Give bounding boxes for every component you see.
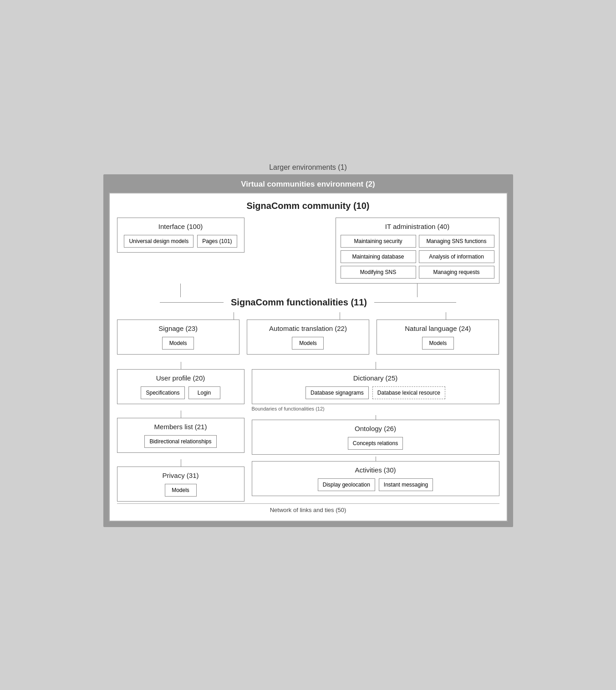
user-profile-title: User profile (20) [122,374,239,382]
privacy-models: Models [165,484,197,497]
user-profile-box: User profile (20) Specifications Login [117,369,244,404]
natural-lang-title: Natural language (24) [382,325,494,332]
func-label-section: SignaComm functionalities (11) [117,297,499,308]
dictionary-title: Dictionary (25) [257,374,494,382]
members-list-title: Members list (21) [122,423,239,431]
top-section: Interface (100) Universal design models … [117,218,499,284]
dictionary-children: Database signagrams Database lexical res… [257,386,494,399]
signage-models: Models [162,337,194,350]
outer-wrapper: Larger environments (1) Virtual communit… [103,163,513,527]
it-admin-grid: Maintaining security Managing SNS functi… [341,235,494,279]
it-admin-child-0: Maintaining security [341,235,416,248]
network-label: Network of links and ties (50) [117,503,499,513]
ontology-box: Ontology (26) Concepts relations [252,420,499,455]
user-profile-login: Login [188,386,220,399]
activities-title: Activities (30) [257,466,494,474]
activities-child-1: Instant messaging [379,478,433,491]
natural-lang-box: Natural language (24) Models [377,320,499,355]
ontology-title: Ontology (26) [257,425,494,432]
members-list-children: Bidirectional relationships [122,435,239,448]
dictionary-child-1: Database lexical resource [372,386,445,399]
activities-child-0: Display geolocation [318,478,375,491]
larger-env-label: Larger environments (1) [103,163,513,174]
dictionary-box: Dictionary (25) Database signagrams Data… [252,369,499,404]
inner-white-box: SignaComm community (10) Interface (100)… [109,193,508,522]
members-list-box: Members list (21) Bidirectional relation… [117,418,244,453]
signacomm-func-label: SignaComm functionalities (11) [231,297,367,308]
func-connector-row [117,284,499,297]
virtual-community-box: Virtual communities environment (2) Sign… [103,174,513,527]
three-cols: Signage (23) Models Automatic translatio… [117,320,499,355]
it-admin-child-5: Managing requests [419,266,494,279]
boundaries-label: Boundaries of functionalities (12) [252,406,499,411]
user-profile-children: Specifications Login [122,386,239,399]
activities-children: Display geolocation Instant messaging [257,478,494,491]
auto-trans-title: Automatic translation (22) [252,325,364,332]
interface-child-1: Pages (101) [197,235,237,248]
three-col-connectors [117,312,499,320]
interface-box: Interface (100) Universal design models … [117,218,244,253]
interface-title: Interface (100) [122,223,239,230]
it-admin-child-4: Modifying SNS [341,266,416,279]
auto-trans-models: Models [292,337,324,350]
activities-box: Activities (30) Display geolocation Inst… [252,461,499,496]
dictionary-child-0: Database signagrams [305,386,369,399]
it-admin-box: IT administration (40) Maintaining secur… [336,218,499,284]
members-list-child: Bidirectional relationships [144,435,216,448]
it-admin-area: IT administration (40) Maintaining secur… [336,218,499,284]
ontology-children: Concepts relations [257,437,494,450]
virtual-community-label: Virtual communities environment (2) [109,180,508,189]
auto-trans-children: Models [252,337,364,350]
it-admin-child-1: Managing SNS functions [419,235,494,248]
privacy-box: Privacy (31) Models [117,467,244,502]
lower-section: User profile (20) Specifications Login M… [117,362,499,502]
user-profile-spec: Specifications [141,386,184,399]
interface-child-0: Universal design models [124,235,193,248]
signage-box: Signage (23) Models [117,320,239,355]
natural-lang-children: Models [382,337,494,350]
signage-title: Signage (23) [122,325,234,332]
auto-trans-box: Automatic translation (22) Models [247,320,369,355]
left-lower-col: User profile (20) Specifications Login M… [117,362,244,502]
signacomm-community-label: SignaComm community (10) [117,201,499,211]
right-lower-col: Dictionary (25) Database signagrams Data… [252,362,499,502]
natural-lang-models: Models [422,337,454,350]
it-admin-child-3: Analysis of information [419,250,494,263]
it-admin-child-2: Maintaining database [341,250,416,263]
ontology-child: Concepts relations [348,437,403,450]
interface-children: Universal design models Pages (101) [122,235,239,248]
privacy-title: Privacy (31) [122,472,239,479]
signage-children: Models [122,337,234,350]
it-admin-title: IT administration (40) [341,223,494,230]
privacy-children: Models [122,484,239,497]
